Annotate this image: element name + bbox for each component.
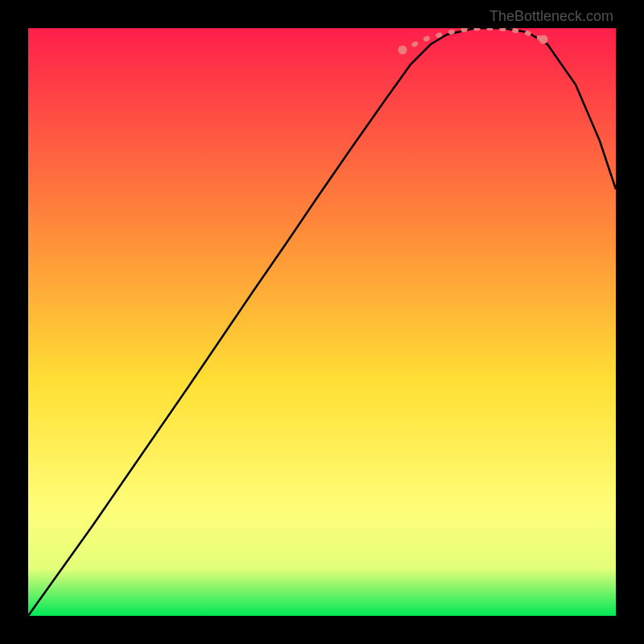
watermark: TheBottleneck.com [489,8,613,25]
chart-background [28,28,616,616]
chart-frame [28,28,616,616]
svg-point-0 [398,46,407,55]
svg-point-1 [539,35,548,44]
chart-svg [28,28,616,616]
